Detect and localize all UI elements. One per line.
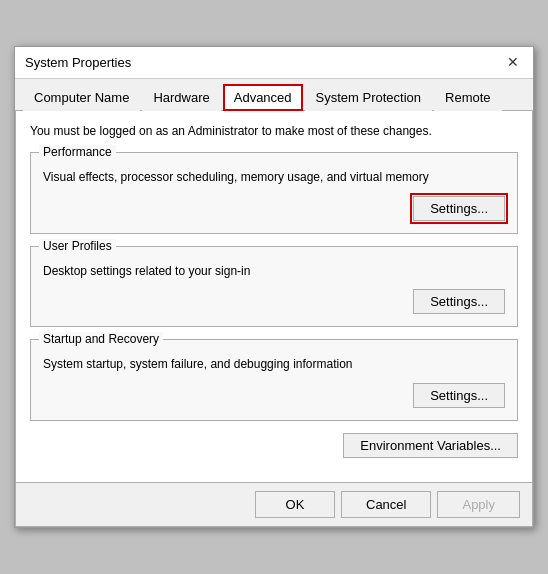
startup-recovery-footer: Settings... bbox=[43, 383, 505, 408]
tab-remote[interactable]: Remote bbox=[434, 84, 502, 111]
startup-recovery-description: System startup, system failure, and debu… bbox=[43, 356, 505, 373]
tab-hardware[interactable]: Hardware bbox=[142, 84, 220, 111]
user-profiles-settings-button[interactable]: Settings... bbox=[413, 289, 505, 314]
user-profiles-footer: Settings... bbox=[43, 289, 505, 314]
startup-recovery-section: Startup and Recovery System startup, sys… bbox=[30, 339, 518, 421]
tab-content: You must be logged on as an Administrato… bbox=[15, 111, 533, 482]
window-title: System Properties bbox=[25, 55, 131, 70]
performance-section: Performance Visual effects, processor sc… bbox=[30, 152, 518, 234]
user-profiles-section: User Profiles Desktop settings related t… bbox=[30, 246, 518, 328]
dialog-footer: OK Cancel Apply bbox=[15, 482, 533, 527]
admin-notice: You must be logged on as an Administrato… bbox=[30, 123, 518, 140]
performance-footer: Settings... bbox=[43, 196, 505, 221]
ok-button[interactable]: OK bbox=[255, 491, 335, 518]
user-profiles-description: Desktop settings related to your sign-in bbox=[43, 263, 505, 280]
performance-description: Visual effects, processor scheduling, me… bbox=[43, 169, 505, 186]
user-profiles-title: User Profiles bbox=[39, 239, 116, 253]
performance-title: Performance bbox=[39, 145, 116, 159]
tab-bar: Computer Name Hardware Advanced System P… bbox=[15, 79, 533, 111]
tab-computer-name[interactable]: Computer Name bbox=[23, 84, 140, 111]
tab-system-protection[interactable]: System Protection bbox=[305, 84, 433, 111]
system-properties-dialog: System Properties ✕ Computer Name Hardwa… bbox=[14, 46, 534, 528]
apply-button[interactable]: Apply bbox=[437, 491, 520, 518]
startup-recovery-title: Startup and Recovery bbox=[39, 332, 163, 346]
title-bar: System Properties ✕ bbox=[15, 47, 533, 79]
startup-recovery-settings-button[interactable]: Settings... bbox=[413, 383, 505, 408]
env-variables-row: Environment Variables... bbox=[30, 433, 518, 462]
env-variables-button[interactable]: Environment Variables... bbox=[343, 433, 518, 458]
close-button[interactable]: ✕ bbox=[503, 52, 523, 72]
tab-advanced[interactable]: Advanced bbox=[223, 84, 303, 111]
performance-settings-button[interactable]: Settings... bbox=[413, 196, 505, 221]
cancel-button[interactable]: Cancel bbox=[341, 491, 431, 518]
